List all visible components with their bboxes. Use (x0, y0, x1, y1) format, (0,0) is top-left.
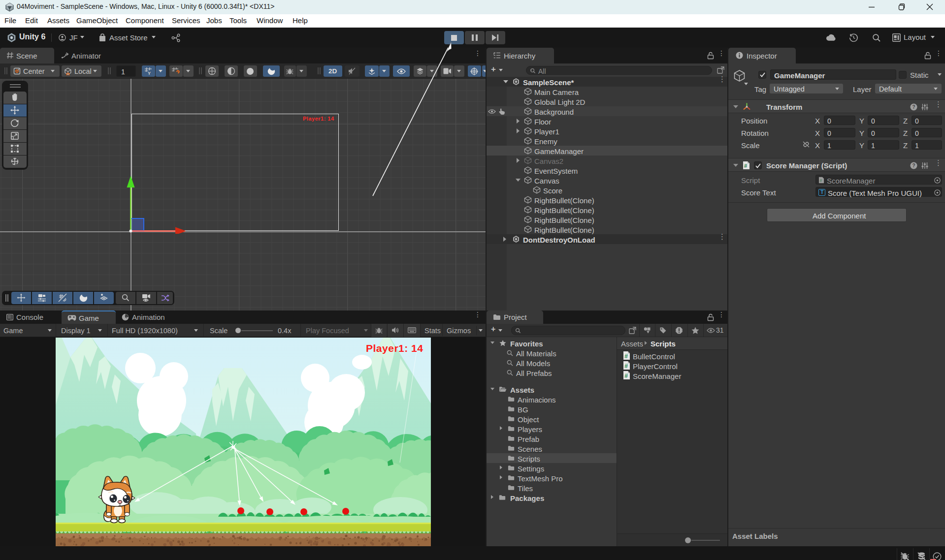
svg-text:#: # (624, 373, 628, 379)
svg-text:#: # (624, 363, 628, 370)
svg-text:?: ? (912, 163, 915, 168)
svg-text:#: # (820, 178, 822, 183)
svg-text:#: # (744, 163, 747, 169)
svg-text:?: ? (912, 104, 915, 110)
svg-text:#: # (624, 353, 628, 360)
svg-text:Player1: 14: Player1: 14 (366, 342, 423, 354)
svg-text:Y: Y (148, 71, 151, 75)
